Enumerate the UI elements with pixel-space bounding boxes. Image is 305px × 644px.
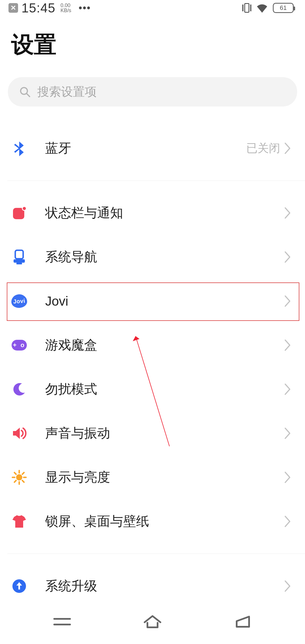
chevron-right-icon xyxy=(284,515,291,528)
system-nav-bar xyxy=(0,608,305,644)
svg-rect-5 xyxy=(14,259,25,263)
settings-list[interactable]: 蓝牙 已关闭 状态栏与通知 系统导航 Jovi xyxy=(0,106,305,608)
row-label: 游戏魔盒 xyxy=(45,336,284,354)
bluetooth-icon xyxy=(11,140,27,156)
tshirt-icon xyxy=(11,514,27,529)
chevron-right-icon xyxy=(284,339,291,351)
row-label: 勿扰模式 xyxy=(45,380,284,398)
svg-line-15 xyxy=(14,480,16,482)
svg-line-1 xyxy=(27,94,30,97)
svg-line-12 xyxy=(14,473,16,474)
svg-line-13 xyxy=(22,480,24,482)
sun-icon xyxy=(11,469,27,485)
more-icon: ••• xyxy=(79,2,91,14)
row-label: 声音与振动 xyxy=(45,425,284,442)
sim-disabled-icon: ✕ xyxy=(8,3,18,13)
chevron-right-icon xyxy=(284,427,291,440)
navigation-icon xyxy=(11,249,27,265)
wifi-icon xyxy=(256,3,268,12)
sound-icon xyxy=(11,425,27,441)
chevron-right-icon xyxy=(284,207,291,219)
row-bluetooth[interactable]: 蓝牙 已关闭 xyxy=(0,126,305,170)
svg-point-3 xyxy=(22,206,26,210)
nav-recent-button[interactable] xyxy=(50,613,74,630)
row-label: Jovi xyxy=(45,293,284,309)
update-icon xyxy=(11,578,27,594)
row-label: 蓝牙 xyxy=(45,140,246,157)
chevron-right-icon xyxy=(284,251,291,263)
net-speed-indicator: 0.00 KB/s xyxy=(60,3,71,13)
row-display-brightness[interactable]: 显示与亮度 xyxy=(0,455,305,499)
nav-back-button[interactable] xyxy=(231,613,255,630)
search-input[interactable]: 搜索设置项 xyxy=(8,77,297,106)
row-sound-vibration[interactable]: 声音与振动 xyxy=(0,411,305,455)
chevron-right-icon xyxy=(284,383,291,395)
row-system-update[interactable]: 系统升级 xyxy=(0,564,305,608)
vibrate-icon xyxy=(242,3,251,13)
svg-point-7 xyxy=(16,474,22,480)
page-title: 设置 xyxy=(0,16,305,77)
search-icon xyxy=(19,86,30,97)
battery-icon: 61 xyxy=(273,3,294,13)
chevron-right-icon xyxy=(284,142,291,155)
row-label: 状态栏与通知 xyxy=(45,204,284,222)
gamebox-icon: + o xyxy=(11,337,27,353)
status-bar: ✕ 15:45 0.00 KB/s ••• 61 xyxy=(0,0,305,16)
row-do-not-disturb[interactable]: 勿扰模式 xyxy=(0,367,305,411)
svg-rect-6 xyxy=(16,263,22,264)
chevron-right-icon xyxy=(284,471,291,484)
row-status: 已关闭 xyxy=(246,140,280,156)
row-jovi[interactable]: Jovi Jovi xyxy=(0,279,305,323)
jovi-icon: Jovi xyxy=(11,293,27,309)
row-game-box[interactable]: + o 游戏魔盒 xyxy=(0,323,305,367)
chevron-right-icon xyxy=(284,580,291,592)
svg-line-14 xyxy=(22,473,24,474)
svg-point-0 xyxy=(21,88,27,94)
row-label: 系统升级 xyxy=(45,577,284,595)
nav-home-button[interactable] xyxy=(141,613,164,630)
chevron-right-icon xyxy=(284,295,291,307)
row-label: 锁屏、桌面与壁纸 xyxy=(45,513,284,530)
row-label: 系统导航 xyxy=(45,248,284,266)
moon-icon xyxy=(11,381,27,397)
row-lockscreen-wallpaper[interactable]: 锁屏、桌面与壁纸 xyxy=(0,499,305,543)
row-label: 显示与亮度 xyxy=(45,469,284,486)
svg-rect-4 xyxy=(15,250,23,259)
row-statusbar-notifications[interactable]: 状态栏与通知 xyxy=(0,191,305,235)
row-system-navigation[interactable]: 系统导航 xyxy=(0,235,305,279)
notification-icon xyxy=(11,205,27,221)
status-time: 15:45 xyxy=(21,0,55,16)
search-placeholder: 搜索设置项 xyxy=(37,84,97,100)
